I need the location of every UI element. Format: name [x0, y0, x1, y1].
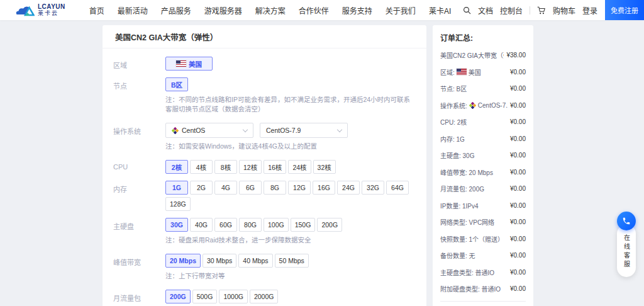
option-cpu-2[interactable]: 8核: [214, 160, 237, 174]
form-row-cpu: CPU2核4核8核12核16核24核32核: [113, 160, 416, 176]
option-disk-0[interactable]: 30G: [165, 218, 188, 232]
top-navigation-bar: LCAYUN 莱卡云 首页最新活动产品服务游戏服务器解决方案合作伙伴服务支持关于…: [0, 0, 644, 20]
option-memory-0[interactable]: 1G: [165, 181, 188, 195]
nav-item-4[interactable]: 解决方案: [255, 5, 286, 16]
phone-icon[interactable]: [617, 212, 636, 230]
option-disk-2[interactable]: 60G: [214, 218, 237, 232]
online-service-button[interactable]: 在线客服: [617, 224, 636, 277]
option-disk-4[interactable]: 100G: [264, 218, 289, 232]
cart-icon[interactable]: [537, 6, 546, 14]
select-os-1[interactable]: CentOS-7.9: [260, 123, 348, 138]
field-label: 内存: [113, 181, 165, 213]
option-memory-5[interactable]: 12G: [288, 181, 311, 195]
nav-item-5[interactable]: 合作伙伴: [299, 5, 329, 16]
nav-item-0[interactable]: 首页: [89, 5, 104, 16]
summary-item-11: 快照数量: 1个（赠送）¥0.00: [440, 234, 526, 244]
option-memory-6[interactable]: 16G: [313, 181, 335, 195]
form-row-disk: 主硬盘30G40G60G80G100G150G200G注：硬盘采用Raid技术整…: [113, 218, 416, 249]
summary-item-price: ¥0.00: [510, 235, 526, 242]
docs-link[interactable]: 文档: [478, 5, 493, 16]
summary-item-label: 备份数量: 无: [440, 251, 508, 260]
summary-item-label: 美国CN2 GIA大带宽（弹性）：: [440, 50, 504, 60]
option-traffic-3[interactable]: 2000G: [250, 290, 279, 303]
option-traffic-0[interactable]: 200G: [165, 290, 191, 303]
console-link[interactable]: 控制台: [500, 5, 523, 16]
option-disk-3[interactable]: 80G: [239, 218, 262, 232]
option-label: 24核: [292, 162, 306, 172]
option-memory-9[interactable]: 64G: [386, 181, 409, 195]
summary-item-price: ¥0.00: [510, 152, 526, 159]
field-note: 注：如需安装Windows，建议选4核4G及以上的配置: [165, 141, 416, 150]
divider: [530, 6, 530, 14]
option-region-0[interactable]: 美国: [165, 57, 213, 71]
option-memory-3[interactable]: 6G: [239, 181, 262, 195]
option-bandwidth-1[interactable]: 30 Mbps: [203, 254, 236, 268]
summary-item-label: 主硬盘: 30G: [440, 150, 508, 160]
summary-item-label: 附加硬盘类型: 普通IO: [440, 284, 508, 293]
form-row-bandwidth: 峰值带宽20 Mbps30 Mbps40 Mbps50 Mbps注：上下行带宽对…: [113, 254, 416, 285]
summary-item-0: 美国CN2 GIA大带宽（弹性）：¥38.00: [440, 50, 526, 60]
option-label: 12G: [293, 184, 306, 191]
option-traffic-1[interactable]: 500G: [192, 290, 218, 303]
option-memory-10[interactable]: 128G: [165, 197, 191, 211]
option-node-0[interactable]: B区: [165, 77, 188, 91]
option-cpu-5[interactable]: 24核: [288, 160, 311, 174]
order-summary-items: 美国CN2 GIA大带宽（弹性）：¥38.00区域:美国¥0.00节点: B区¥…: [440, 50, 526, 293]
option-cpu-0[interactable]: 2核: [165, 160, 188, 174]
chevron-down-icon: [337, 127, 342, 132]
option-memory-4[interactable]: 8G: [264, 181, 286, 195]
summary-item-price: ¥0.00: [510, 269, 526, 276]
option-label: 8G: [270, 184, 279, 191]
option-label: 1000G: [223, 293, 243, 300]
login-link[interactable]: 登录: [582, 5, 597, 16]
option-bandwidth-2[interactable]: 40 Mbps: [238, 254, 272, 268]
summary-item-14: 附加硬盘类型: 普通IO¥0.00: [440, 284, 526, 293]
summary-item-4: CPU: 2核¥0.00: [440, 117, 526, 127]
summary-item-label: 峰值带宽: 20 Mbps: [440, 167, 508, 177]
summary-item-label: CPU: 2核: [440, 117, 508, 127]
option-memory-2[interactable]: 4G: [214, 181, 237, 195]
option-memory-8[interactable]: 32G: [362, 181, 384, 195]
option-bandwidth-3[interactable]: 50 Mbps: [275, 254, 309, 268]
nav-item-2[interactable]: 产品服务: [161, 5, 191, 16]
cart-link[interactable]: 购物车: [553, 5, 575, 16]
summary-item-label: 内存: 1G: [440, 134, 508, 144]
register-button[interactable]: 免费注册: [605, 0, 644, 20]
nav-item-1[interactable]: 最新活动: [118, 5, 148, 16]
option-disk-1[interactable]: 40G: [190, 218, 213, 232]
summary-item-label: 月流量包: 200G: [440, 184, 508, 193]
option-disk-5[interactable]: 150G: [291, 218, 316, 232]
nav-item-6[interactable]: 服务支持: [342, 5, 372, 16]
nav-item-3[interactable]: 游戏服务器: [204, 5, 242, 16]
option-label: 200G: [321, 221, 338, 229]
summary-item-price: ¥0.00: [510, 69, 526, 76]
header-tools: 文档 控制台 购物车 登录: [463, 5, 597, 16]
select-value: CentOS-7.9: [266, 127, 335, 134]
option-cpu-3[interactable]: 12核: [239, 160, 262, 174]
option-cpu-1[interactable]: 4核: [190, 160, 213, 174]
brand-name-latin: LCAYUN: [38, 4, 65, 10]
brand-logo[interactable]: LCAYUN 莱卡云: [16, 3, 65, 17]
config-form: 区域美国节点B区注：不同的节点线路和IP可能会有差异，如不满足业务需求，开通后2…: [103, 48, 426, 306]
option-cpu-6[interactable]: 32核: [313, 160, 336, 174]
chevron-down-icon: [243, 127, 248, 132]
summary-item-2: 节点: B区¥0.00: [440, 84, 526, 93]
form-row-traffic: 月流量包200G500G1000G2000G注：订购日至下月重置流量: [113, 290, 416, 306]
search-icon[interactable]: [463, 6, 471, 14]
summary-item-1: 区域:美国¥0.00: [440, 67, 526, 77]
option-memory-7[interactable]: 24G: [337, 181, 360, 195]
summary-item-price: ¥0.00: [510, 202, 526, 209]
nav-item-8[interactable]: 莱卡AI: [429, 5, 451, 16]
option-disk-6[interactable]: 200G: [317, 218, 342, 232]
select-os-0[interactable]: CentOS: [165, 123, 253, 138]
option-label: 30G: [170, 221, 183, 229]
option-memory-1[interactable]: 2G: [190, 181, 213, 195]
option-cpu-4[interactable]: 16核: [264, 160, 286, 174]
online-service-label: 在线客服: [622, 234, 631, 269]
option-bandwidth-0[interactable]: 20 Mbps: [165, 254, 201, 268]
summary-item-price: ¥0.00: [510, 185, 526, 192]
page-title: 美国CN2 GIA大带宽（弹性）: [103, 25, 426, 48]
option-traffic-2[interactable]: 1000G: [219, 290, 248, 303]
option-label: 60G: [219, 221, 232, 229]
nav-item-7[interactable]: 关于我们: [386, 5, 416, 16]
